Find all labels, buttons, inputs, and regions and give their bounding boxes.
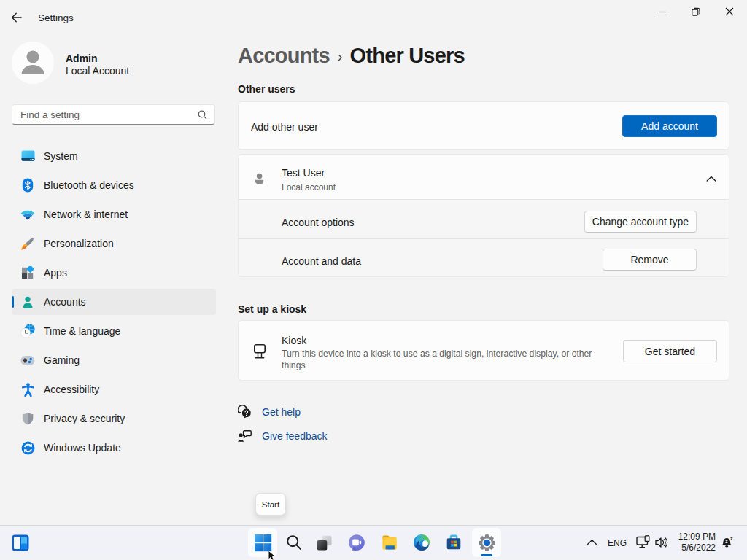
svg-text:z: z	[730, 536, 733, 541]
